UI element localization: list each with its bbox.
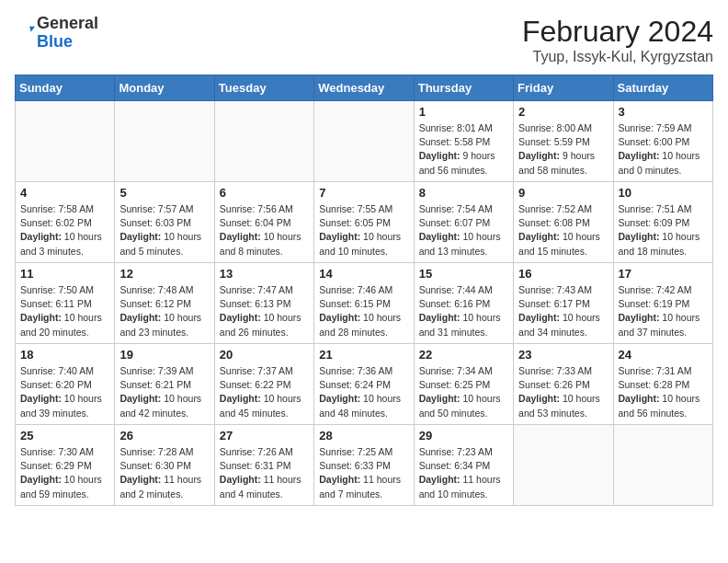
day-number: 21 — [319, 348, 408, 362]
day-cell: 20Sunrise: 7:37 AMSunset: 6:22 PMDayligh… — [214, 344, 313, 425]
day-cell: 7Sunrise: 7:55 AMSunset: 6:05 PMDaylight… — [314, 182, 414, 263]
week-row-0: 1Sunrise: 8:01 AMSunset: 5:58 PMDaylight… — [16, 101, 713, 182]
day-cell: 19Sunrise: 7:39 AMSunset: 6:21 PMDayligh… — [115, 344, 214, 425]
day-info: Sunrise: 7:42 AMSunset: 6:19 PMDaylight:… — [619, 283, 708, 339]
day-cell: 29Sunrise: 7:23 AMSunset: 6:34 PMDayligh… — [414, 425, 513, 506]
day-info: Sunrise: 7:43 AMSunset: 6:17 PMDaylight:… — [518, 283, 608, 339]
day-info: Sunrise: 7:54 AMSunset: 6:07 PMDaylight:… — [419, 202, 508, 259]
day-cell: 12Sunrise: 7:48 AMSunset: 6:12 PMDayligh… — [115, 263, 214, 344]
day-cell: 1Sunrise: 8:01 AMSunset: 5:58 PMDaylight… — [414, 101, 513, 182]
day-number: 17 — [619, 267, 708, 281]
week-row-2: 11Sunrise: 7:50 AMSunset: 6:11 PMDayligh… — [16, 263, 713, 344]
day-number: 5 — [119, 186, 209, 200]
day-cell: 6Sunrise: 7:56 AMSunset: 6:04 PMDaylight… — [214, 182, 313, 263]
calendar-table: SundayMondayTuesdayWednesdayThursdayFrid… — [15, 75, 713, 506]
day-cell: 4Sunrise: 7:58 AMSunset: 6:02 PMDaylight… — [16, 182, 115, 263]
day-cell: 21Sunrise: 7:36 AMSunset: 6:24 PMDayligh… — [314, 344, 414, 425]
day-number: 11 — [20, 267, 109, 281]
day-cell: 26Sunrise: 7:28 AMSunset: 6:30 PMDayligh… — [115, 425, 214, 506]
col-header-wednesday: Wednesday — [314, 75, 414, 101]
day-cell: 11Sunrise: 7:50 AMSunset: 6:11 PMDayligh… — [16, 263, 115, 344]
day-info: Sunrise: 8:00 AMSunset: 5:59 PMDaylight:… — [518, 121, 608, 178]
col-header-thursday: Thursday — [414, 75, 513, 101]
day-info: Sunrise: 7:25 AMSunset: 6:33 PMDaylight:… — [319, 445, 408, 501]
day-info: Sunrise: 7:55 AMSunset: 6:05 PMDaylight:… — [319, 202, 408, 259]
location: Tyup, Issyk-Kul, Kyrgyzstan — [522, 49, 713, 65]
day-cell: 24Sunrise: 7:31 AMSunset: 6:28 PMDayligh… — [613, 344, 712, 425]
day-cell: 22Sunrise: 7:34 AMSunset: 6:25 PMDayligh… — [414, 344, 513, 425]
day-number: 13 — [220, 267, 309, 281]
week-row-4: 25Sunrise: 7:30 AMSunset: 6:29 PMDayligh… — [16, 425, 713, 506]
day-number: 14 — [319, 267, 408, 281]
day-info: Sunrise: 7:37 AMSunset: 6:22 PMDaylight:… — [220, 364, 309, 420]
day-info: Sunrise: 7:34 AMSunset: 6:25 PMDaylight:… — [419, 364, 508, 420]
day-info: Sunrise: 7:36 AMSunset: 6:24 PMDaylight:… — [319, 364, 408, 420]
day-cell: 25Sunrise: 7:30 AMSunset: 6:29 PMDayligh… — [16, 425, 115, 506]
day-info: Sunrise: 7:39 AMSunset: 6:21 PMDaylight:… — [119, 364, 209, 420]
day-info: Sunrise: 7:57 AMSunset: 6:03 PMDaylight:… — [119, 202, 209, 259]
day-cell: 16Sunrise: 7:43 AMSunset: 6:17 PMDayligh… — [514, 263, 613, 344]
logo-icon — [15, 21, 35, 41]
day-number: 25 — [20, 429, 109, 442]
day-cell: 15Sunrise: 7:44 AMSunset: 6:16 PMDayligh… — [414, 263, 513, 344]
svg-marker-0 — [29, 27, 35, 32]
day-number: 28 — [319, 429, 408, 442]
logo: General Blue — [15, 15, 98, 52]
day-number: 16 — [518, 267, 608, 281]
day-cell — [613, 425, 712, 506]
day-number: 1 — [419, 105, 508, 119]
day-info: Sunrise: 7:33 AMSunset: 6:26 PMDaylight:… — [518, 364, 608, 420]
day-number: 7 — [319, 186, 408, 200]
day-number: 15 — [419, 267, 508, 281]
day-number: 18 — [20, 348, 109, 362]
day-number: 10 — [619, 186, 708, 200]
week-row-3: 18Sunrise: 7:40 AMSunset: 6:20 PMDayligh… — [16, 344, 713, 425]
day-number: 3 — [619, 105, 708, 119]
col-header-sunday: Sunday — [16, 75, 115, 101]
day-cell: 10Sunrise: 7:51 AMSunset: 6:09 PMDayligh… — [613, 182, 712, 263]
col-header-saturday: Saturday — [613, 75, 712, 101]
col-header-tuesday: Tuesday — [214, 75, 313, 101]
day-number: 2 — [518, 105, 608, 119]
day-info: Sunrise: 7:50 AMSunset: 6:11 PMDaylight:… — [20, 283, 109, 339]
day-cell — [115, 101, 214, 182]
day-number: 12 — [119, 267, 209, 281]
day-info: Sunrise: 7:52 AMSunset: 6:08 PMDaylight:… — [518, 202, 608, 259]
day-info: Sunrise: 7:59 AMSunset: 6:00 PMDaylight:… — [619, 121, 708, 178]
day-number: 4 — [20, 186, 109, 200]
day-info: Sunrise: 7:40 AMSunset: 6:20 PMDaylight:… — [20, 364, 109, 420]
day-number: 19 — [119, 348, 209, 362]
day-number: 6 — [220, 186, 309, 200]
title-block: February 2024 Tyup, Issyk-Kul, Kyrgyzsta… — [522, 15, 713, 65]
day-info: Sunrise: 8:01 AMSunset: 5:58 PMDaylight:… — [419, 121, 508, 178]
day-number: 8 — [419, 186, 508, 200]
day-info: Sunrise: 7:48 AMSunset: 6:12 PMDaylight:… — [119, 283, 209, 339]
day-number: 29 — [419, 429, 508, 442]
day-info: Sunrise: 7:30 AMSunset: 6:29 PMDaylight:… — [20, 445, 109, 501]
day-cell: 2Sunrise: 8:00 AMSunset: 5:59 PMDaylight… — [514, 101, 613, 182]
day-number: 9 — [518, 186, 608, 200]
day-cell: 13Sunrise: 7:47 AMSunset: 6:13 PMDayligh… — [214, 263, 313, 344]
day-number: 24 — [619, 348, 708, 362]
day-cell: 9Sunrise: 7:52 AMSunset: 6:08 PMDaylight… — [514, 182, 613, 263]
col-header-monday: Monday — [115, 75, 214, 101]
logo-blue-text: Blue — [37, 32, 73, 51]
day-info: Sunrise: 7:51 AMSunset: 6:09 PMDaylight:… — [619, 202, 708, 259]
col-header-friday: Friday — [514, 75, 613, 101]
day-cell — [314, 101, 414, 182]
week-row-1: 4Sunrise: 7:58 AMSunset: 6:02 PMDaylight… — [16, 182, 713, 263]
month-year: February 2024 — [522, 15, 713, 49]
day-number: 23 — [518, 348, 608, 362]
logo-general-text: General — [37, 14, 98, 32]
day-info: Sunrise: 7:44 AMSunset: 6:16 PMDaylight:… — [419, 283, 508, 339]
header-row: SundayMondayTuesdayWednesdayThursdayFrid… — [16, 75, 713, 101]
day-cell: 5Sunrise: 7:57 AMSunset: 6:03 PMDaylight… — [115, 182, 214, 263]
day-number: 22 — [419, 348, 508, 362]
day-info: Sunrise: 7:56 AMSunset: 6:04 PMDaylight:… — [220, 202, 309, 259]
day-info: Sunrise: 7:28 AMSunset: 6:30 PMDaylight:… — [119, 445, 209, 501]
day-info: Sunrise: 7:47 AMSunset: 6:13 PMDaylight:… — [220, 283, 309, 339]
day-info: Sunrise: 7:26 AMSunset: 6:31 PMDaylight:… — [220, 445, 309, 501]
day-number: 20 — [220, 348, 309, 362]
header: General Blue February 2024 Tyup, Issyk-K… — [15, 15, 713, 65]
day-cell: 8Sunrise: 7:54 AMSunset: 6:07 PMDaylight… — [414, 182, 513, 263]
